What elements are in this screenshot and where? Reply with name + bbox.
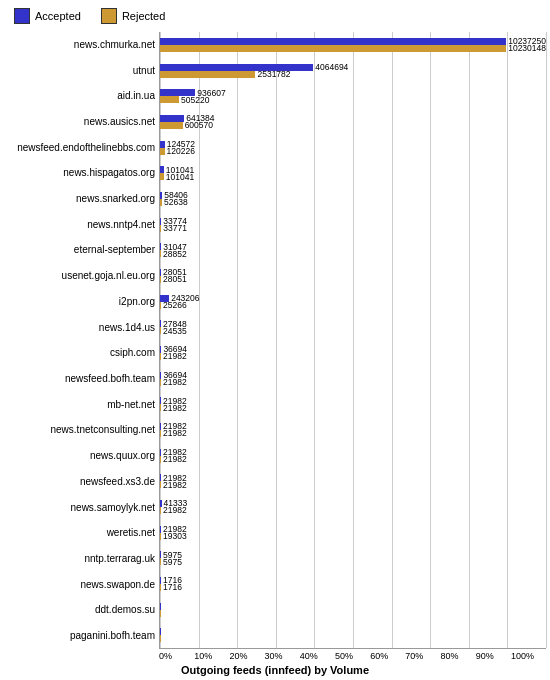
legend-accepted: Accepted [14, 8, 81, 24]
bar-accepted [160, 115, 184, 122]
y-label: mb-net.net [4, 392, 155, 418]
bar-rejected [160, 533, 161, 540]
bar-row: 1023725010230148 [160, 32, 546, 58]
bar-rejected-label: 28852 [163, 249, 187, 259]
bar-accepted [160, 372, 161, 379]
bar-rejected [160, 430, 161, 437]
bar-rejected [160, 584, 161, 591]
bar-rejected-label: 52638 [164, 197, 188, 207]
x-tick: 90% [476, 651, 511, 661]
bar-rejected [160, 507, 161, 514]
bar-rejected-label: 10230148 [508, 43, 546, 53]
y-label: news.nntp4.net [4, 212, 155, 238]
bar-accepted [160, 346, 161, 353]
bar-row: 2805128051 [160, 263, 546, 289]
bar-row: 2198221982 [160, 443, 546, 469]
bar-rejected [160, 148, 165, 155]
y-label: news.ausics.net [4, 109, 155, 135]
bar-accepted [160, 141, 165, 148]
legend-accepted-box [14, 8, 30, 24]
y-label: usenet.goja.nl.eu.org [4, 263, 155, 289]
bar-rejected [160, 302, 161, 309]
bar-accepted [160, 218, 161, 225]
y-label: news.1d4.us [4, 315, 155, 341]
bar-accepted [160, 551, 161, 558]
bar-rejected [160, 45, 506, 52]
bar-row: 3377433771 [160, 212, 546, 238]
y-label: csiph.com [4, 340, 155, 366]
x-axis-labels: 0%10%20%30%40%50%60%70%80%90%100% [4, 651, 546, 661]
bar-accepted [160, 423, 161, 430]
bar-rejected-label: 24535 [163, 326, 187, 336]
bar-rows: 1023725010230148406469425317829366075052… [160, 32, 546, 648]
bar-rejected-label: 21982 [163, 480, 187, 490]
bar-rejected [160, 225, 161, 232]
bar-row: 2198221982 [160, 417, 546, 443]
bar-row: 5840652638 [160, 186, 546, 212]
x-tick: 0% [159, 651, 194, 661]
bar-accepted [160, 449, 161, 456]
y-label: paganini.bofh.team [4, 623, 155, 649]
bar-rejected [160, 71, 255, 78]
bar-rejected [160, 250, 161, 257]
y-label: news.chmurka.net [4, 32, 155, 58]
y-labels: news.chmurka.netutnutaid.in.uanews.ausic… [4, 32, 159, 649]
bar-row: 3669421982 [160, 366, 546, 392]
bar-rejected-label: 101041 [166, 172, 194, 182]
bar-row: 17161716 [160, 571, 546, 597]
bar-row: 124572120226 [160, 135, 546, 161]
y-label: news.hispagatos.org [4, 161, 155, 187]
bar-accepted [160, 38, 506, 45]
y-label: newsfeed.endofthelinebbs.com [4, 135, 155, 161]
y-label: news.snarked.org [4, 186, 155, 212]
y-label: newsfeed.bofh.team [4, 366, 155, 392]
x-tick: 20% [229, 651, 264, 661]
bar-row [160, 597, 546, 623]
bars-section: 1023725010230148406469425317829366075052… [159, 32, 546, 649]
bar-accepted [160, 397, 161, 404]
bar-row: 936607505220 [160, 83, 546, 109]
y-label: i2pn.org [4, 289, 155, 315]
bar-row: 101041101041 [160, 160, 546, 186]
bar-rejected [160, 610, 161, 617]
bar-rejected-label: 33771 [163, 223, 187, 233]
bar-accepted [160, 269, 161, 276]
bar-rejected-label: 2531782 [257, 69, 290, 79]
bar-rejected-label: 505220 [181, 95, 209, 105]
x-tick: 70% [405, 651, 440, 661]
bar-rejected-label: 21982 [163, 351, 187, 361]
bar-row: 2198221982 [160, 468, 546, 494]
x-axis-title: Outgoing feeds (innfeed) by Volume [4, 664, 546, 676]
x-tick: 100% [511, 651, 546, 661]
bar-rejected [160, 199, 162, 206]
bar-rejected [160, 456, 161, 463]
y-label: newsfeed.xs3.de [4, 469, 155, 495]
chart-container: Accepted Rejected news.chmurka.netutnuta… [0, 0, 550, 680]
x-tick: 30% [265, 651, 300, 661]
bar-rejected [160, 635, 161, 642]
bar-rejected [160, 173, 164, 180]
y-label: news.samoylyk.net [4, 495, 155, 521]
bar-accepted [160, 243, 161, 250]
bar-rejected [160, 404, 161, 411]
bar-rejected-label: 28051 [163, 274, 187, 284]
bar-accepted [160, 320, 161, 327]
bar-rejected-label: 25266 [163, 300, 187, 310]
legend-accepted-label: Accepted [35, 10, 81, 22]
bar-rejected [160, 353, 161, 360]
x-tick: 80% [441, 651, 476, 661]
bar-row: 3669421982 [160, 340, 546, 366]
bar-rejected-label: 5975 [163, 557, 182, 567]
bar-rejected-label: 600570 [185, 120, 213, 130]
bar-accepted [160, 577, 161, 584]
bar-rejected-label: 21982 [163, 428, 187, 438]
bar-rejected-label: 21982 [163, 403, 187, 413]
y-label: ddt.demos.su [4, 597, 155, 623]
bar-rejected [160, 276, 161, 283]
x-tick: 50% [335, 651, 370, 661]
y-label: nntp.terrarag.uk [4, 546, 155, 572]
x-tick: 10% [194, 651, 229, 661]
bar-accepted [160, 500, 162, 507]
bar-rejected-label: 19303 [163, 531, 187, 541]
bar-rejected [160, 122, 183, 129]
